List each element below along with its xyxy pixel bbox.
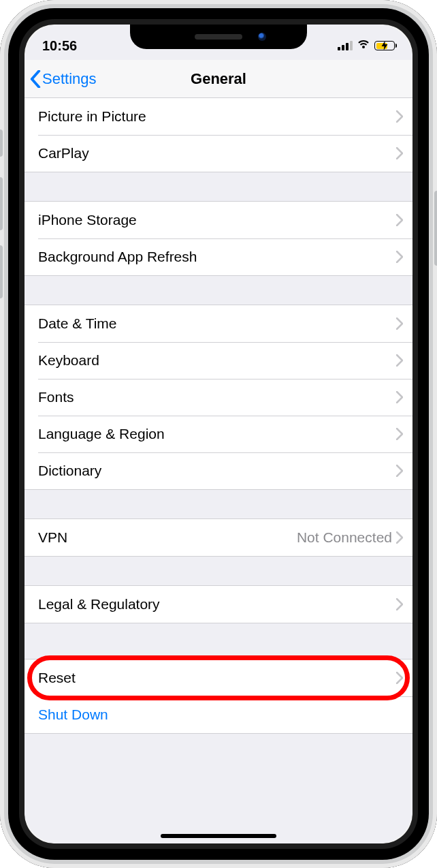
- group-spacer: [25, 490, 412, 518]
- row-label: Legal & Regulatory: [38, 596, 396, 613]
- chevron-right-icon: [396, 391, 403, 403]
- nav-bar: Settings General: [25, 60, 412, 98]
- volume-down-button: [0, 245, 3, 298]
- status-right: [338, 40, 395, 51]
- charging-bolt-icon: [382, 41, 388, 50]
- settings-row-vpn[interactable]: VPNNot Connected: [25, 519, 412, 556]
- row-label: VPN: [38, 529, 297, 546]
- settings-row-legal[interactable]: Legal & Regulatory: [25, 586, 412, 623]
- home-indicator[interactable]: [161, 834, 276, 838]
- row-label: Date & Time: [38, 315, 396, 332]
- chevron-left-icon: [30, 70, 41, 88]
- settings-row-reset[interactable]: Reset: [25, 660, 412, 696]
- back-label: Settings: [42, 70, 97, 88]
- chevron-right-icon: [396, 214, 403, 226]
- chevron-right-icon: [396, 317, 403, 330]
- row-label: Shut Down: [38, 707, 403, 723]
- chevron-right-icon: [396, 465, 403, 477]
- chevron-right-icon: [396, 598, 403, 610]
- battery-icon: [374, 41, 395, 50]
- row-detail: Not Connected: [297, 529, 392, 546]
- settings-row-datetime[interactable]: Date & Time: [25, 305, 412, 342]
- volume-up-button: [0, 177, 3, 230]
- mute-switch: [0, 129, 3, 157]
- chevron-right-icon: [396, 251, 403, 263]
- row-label: CarPlay: [38, 145, 396, 161]
- group-spacer: [25, 172, 412, 201]
- chevron-right-icon: [396, 672, 403, 684]
- row-label: Reset: [38, 670, 396, 686]
- front-camera: [258, 33, 266, 41]
- settings-row-lang[interactable]: Language & Region: [25, 416, 412, 452]
- row-label: Language & Region: [38, 426, 396, 442]
- nav-title: General: [191, 70, 246, 88]
- row-label: Picture in Picture: [38, 108, 396, 125]
- group-spacer: [25, 734, 412, 754]
- wifi-icon: [357, 40, 370, 51]
- side-button: [434, 191, 437, 266]
- status-time: 10:56: [42, 38, 77, 54]
- settings-row-fonts[interactable]: Fonts: [25, 379, 412, 416]
- settings-group: Picture in PictureCarPlay: [25, 98, 412, 172]
- settings-row-keyboard[interactable]: Keyboard: [25, 342, 412, 379]
- chevron-right-icon: [396, 531, 403, 544]
- group-spacer: [25, 276, 412, 305]
- settings-row-carplay[interactable]: CarPlay: [25, 135, 412, 172]
- group-spacer: [25, 557, 412, 585]
- row-label: Keyboard: [38, 352, 396, 369]
- settings-group: iPhone StorageBackground App Refresh: [25, 201, 412, 276]
- row-label: Fonts: [38, 389, 396, 405]
- chevron-right-icon: [396, 428, 403, 440]
- settings-row-dict[interactable]: Dictionary: [25, 452, 412, 489]
- settings-row-shutdown[interactable]: Shut Down: [25, 696, 412, 733]
- back-button[interactable]: Settings: [30, 60, 97, 97]
- row-label: Dictionary: [38, 463, 396, 479]
- screen: 10:56 Settings General Picture in Pictur…: [25, 25, 412, 843]
- chevron-right-icon: [396, 354, 403, 367]
- settings-group: ResetShut Down: [25, 659, 412, 734]
- chevron-right-icon: [396, 110, 403, 123]
- notch: [130, 25, 307, 49]
- row-label: iPhone Storage: [38, 212, 396, 228]
- device-frame: 10:56 Settings General Picture in Pictur…: [0, 0, 437, 868]
- settings-group: Date & TimeKeyboardFontsLanguage & Regio…: [25, 305, 412, 490]
- settings-row-bgapp[interactable]: Background App Refresh: [25, 238, 412, 275]
- chevron-right-icon: [396, 147, 403, 159]
- settings-group: Legal & Regulatory: [25, 585, 412, 623]
- settings-row-storage[interactable]: iPhone Storage: [25, 202, 412, 238]
- settings-row-pip[interactable]: Picture in Picture: [25, 98, 412, 135]
- settings-group: VPNNot Connected: [25, 518, 412, 557]
- earpiece-speaker: [195, 34, 242, 40]
- cellular-signal-icon: [338, 41, 353, 50]
- group-spacer: [25, 623, 412, 659]
- row-label: Background App Refresh: [38, 249, 396, 265]
- settings-list[interactable]: Picture in PictureCarPlayiPhone StorageB…: [25, 98, 412, 843]
